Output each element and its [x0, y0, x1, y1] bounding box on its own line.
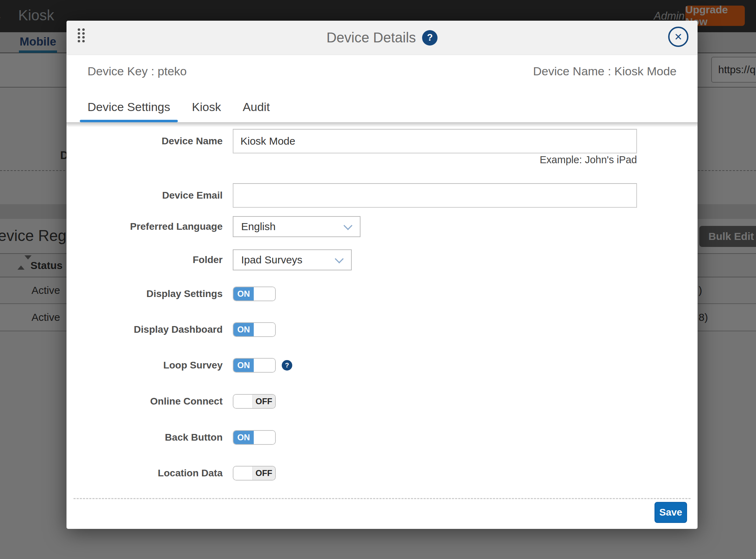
tab-audit[interactable]: Audit	[242, 100, 271, 122]
chevron-down-icon	[343, 221, 352, 230]
toggle-state: ON	[233, 323, 254, 336]
tab-shadow	[66, 122, 698, 127]
display-dashboard-label: Display Dashboard	[66, 322, 223, 337]
tab-kiosk[interactable]: Kiosk	[191, 100, 222, 122]
close-icon[interactable]: ✕	[668, 27, 688, 47]
preferred-language-select[interactable]: English	[233, 216, 360, 237]
device-email-label: Device Email	[66, 183, 223, 208]
toggle-state: OFF	[253, 395, 275, 408]
online-connect-row: Online Connect OFF	[66, 394, 698, 409]
back-button-label: Back Button	[66, 430, 223, 445]
device-email-row: Device Email	[66, 183, 698, 208]
folder-row: Folder Ipad Surveys	[66, 249, 698, 270]
device-email-input[interactable]	[233, 183, 637, 208]
display-settings-label: Display Settings	[66, 287, 223, 301]
toggle-state: ON	[233, 359, 254, 372]
tab-device-settings[interactable]: Device Settings	[87, 100, 171, 122]
device-name-input[interactable]	[233, 129, 637, 153]
device-key-row: Device Key : pteko Device Name : Kiosk M…	[66, 55, 698, 87]
screen: › Kiosk Admin Upgrade Now Mobile https:/…	[0, 0, 756, 559]
location-data-row: Location Data OFF	[66, 466, 698, 481]
modal-tabs: Device Settings Kiosk Audit	[87, 87, 271, 122]
location-data-toggle[interactable]: OFF	[233, 466, 276, 481]
device-name-text: Device Name : Kiosk Mode	[533, 64, 677, 78]
loop-survey-row: Loop Survey ON ?	[66, 358, 698, 373]
back-button-toggle[interactable]: ON	[233, 430, 276, 445]
folder-select[interactable]: Ipad Surveys	[233, 249, 352, 270]
device-name-label: Device Name	[66, 129, 223, 153]
save-button[interactable]: Save	[654, 502, 687, 523]
toggle-state: OFF	[253, 467, 275, 480]
loop-survey-label: Loop Survey	[66, 358, 223, 373]
chevron-down-icon	[335, 254, 343, 263]
device-details-modal: Device Details ? ✕ Device Key : pteko De…	[66, 21, 698, 529]
loop-survey-toggle[interactable]: ON	[233, 358, 276, 373]
display-settings-toggle[interactable]: ON	[233, 287, 276, 301]
online-connect-label: Online Connect	[66, 394, 223, 409]
toggle-state: ON	[233, 431, 254, 444]
help-icon[interactable]: ?	[282, 360, 292, 371]
display-settings-row: Display Settings ON	[66, 287, 698, 301]
device-name-hint: Example: John's iPad	[233, 154, 637, 166]
location-data-label: Location Data	[66, 466, 223, 481]
folder-label: Folder	[66, 249, 223, 270]
online-connect-toggle[interactable]: OFF	[233, 394, 276, 409]
folder-value: Ipad Surveys	[241, 254, 302, 266]
display-dashboard-toggle[interactable]: ON	[233, 322, 276, 337]
preferred-language-row: Preferred Language English	[66, 216, 698, 237]
footer-divider	[74, 498, 691, 499]
modal-title: Device Details	[327, 30, 416, 46]
device-name-row: Device Name	[66, 129, 698, 153]
preferred-language-value: English	[241, 221, 275, 233]
modal-header: Device Details ? ✕	[66, 21, 698, 55]
preferred-language-label: Preferred Language	[66, 216, 223, 237]
device-key-text: Device Key : pteko	[88, 64, 187, 78]
toggle-state: ON	[233, 287, 254, 301]
display-dashboard-row: Display Dashboard ON	[66, 322, 698, 337]
help-icon[interactable]: ?	[422, 30, 438, 46]
back-button-row: Back Button ON	[66, 430, 698, 445]
